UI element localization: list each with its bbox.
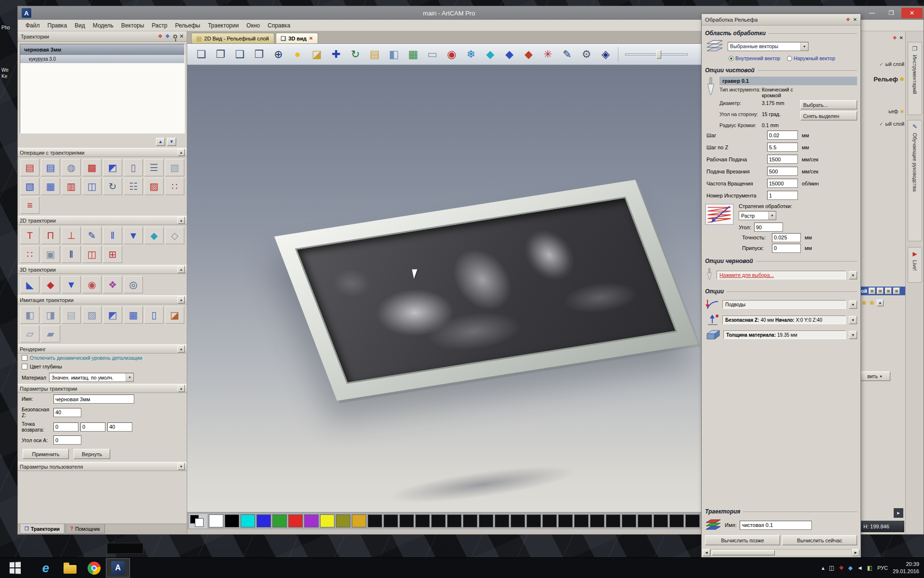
palette-swatch[interactable] (479, 514, 493, 527)
tray-security-icon[interactable]: ❖ (839, 565, 844, 571)
tray-update-icon[interactable]: ◆ (848, 565, 852, 571)
simulation-icon[interactable]: ▱ (20, 325, 39, 342)
palette-swatch[interactable] (574, 514, 589, 527)
toolpath-3d-icon[interactable]: ◆ (41, 276, 60, 293)
menu-item[interactable]: Правка (44, 21, 71, 30)
tab-live[interactable]: ▶ Live! (908, 247, 922, 283)
taskbar-artcam-icon[interactable]: A (106, 558, 130, 578)
scrollbar-track[interactable] (710, 549, 852, 556)
diamond-cyan-icon[interactable]: ◆ (481, 45, 500, 64)
toolpath-operation-icon[interactable]: ▩ (82, 159, 102, 176)
start-button[interactable] (3, 558, 27, 578)
radio-on-icon[interactable] (729, 56, 734, 61)
palette-swatch[interactable] (511, 514, 525, 527)
palette-swatch[interactable] (241, 514, 255, 527)
material-thickness-bar[interactable]: Толщина материала: 19.35 мм (723, 330, 846, 339)
scrollbar-thumb[interactable] (712, 550, 775, 555)
simulation-icon[interactable]: ▤ (62, 306, 81, 324)
simulation-icon[interactable]: ▧ (82, 306, 102, 324)
menu-item[interactable]: Рельефы (171, 21, 204, 30)
deselect-button[interactable]: Снять выделен (800, 111, 857, 120)
light-icon[interactable]: ● (288, 45, 307, 64)
palette-swatch[interactable] (272, 514, 287, 527)
menu-item[interactable]: Окно (243, 21, 264, 30)
plane-icon[interactable]: ▭ (423, 45, 442, 64)
selected-tool-name[interactable]: гравер 0.1 (719, 77, 857, 85)
target-icon[interactable]: ◉ (442, 45, 461, 64)
palette-swatch[interactable] (352, 514, 366, 527)
vectors-select[interactable]: Выбранные векторы ▼ (728, 42, 808, 51)
toolpath-operation-icon[interactable]: ▥ (62, 178, 81, 195)
section-header-2d-toolpaths[interactable]: 2D траектории ▲ (18, 216, 187, 225)
parameter-input[interactable] (767, 143, 798, 152)
origin-axes-icon[interactable]: ✚ (327, 45, 346, 64)
layer-tool-icon[interactable]: ⊞ (869, 288, 875, 294)
toolpath-name-input[interactable] (740, 521, 812, 530)
toolpath-operation-icon[interactable]: ◍ (62, 159, 81, 176)
palette-swatch[interactable] (654, 514, 668, 527)
simulation-icon[interactable]: ◩ (103, 306, 122, 324)
zoom-icon[interactable]: ⊕ (269, 45, 288, 64)
tab-tutorials[interactable]: ✎ Обучающие руководства (908, 120, 922, 241)
toolpath-2d-icon[interactable]: ◫ (82, 246, 102, 263)
dynamic-detail-checkbox[interactable] (22, 355, 27, 361)
taskbar-explorer-icon[interactable] (58, 558, 82, 578)
view-along-x-icon[interactable]: ❐ (211, 45, 230, 64)
toolpath-3d-icon[interactable]: ◎ (124, 276, 143, 293)
scroll-left-icon[interactable]: ◄ (703, 549, 710, 556)
minimize-button[interactable]: — (863, 8, 881, 18)
close-panel-icon[interactable]: ✕ (899, 35, 903, 40)
toolpath-operation-icon[interactable]: ▧ (165, 159, 184, 176)
layer-item[interactable]: ✓ ый слой (860, 61, 904, 67)
maximize-button[interactable]: ❐ (882, 8, 900, 18)
taskbar-chrome-icon[interactable] (82, 558, 106, 578)
taskbar-ie-icon[interactable]: e (34, 558, 58, 578)
simulation-icon[interactable]: ◪ (165, 306, 184, 324)
dialog-horizontal-scrollbar[interactable]: ◄ ► (703, 549, 860, 556)
toolpath-2d-icon[interactable]: ▼ (124, 227, 143, 244)
menu-item[interactable]: Вид (71, 21, 89, 30)
toolpath-2d-icon[interactable]: П (41, 227, 60, 244)
move-down-button[interactable]: ▼ (167, 138, 176, 146)
toolpath-list[interactable]: черновая 3мм кукуруза 3.0 (20, 44, 185, 133)
palette-swatch[interactable] (415, 514, 430, 527)
section-header-3d-toolpaths[interactable]: 3D траектории ▲ (18, 265, 187, 274)
chevron-down-icon[interactable]: ▼ (849, 331, 857, 339)
toolpath-operation-icon[interactable]: ☰ (144, 159, 164, 176)
calculate-now-button[interactable]: Вычислить сейчас (782, 535, 857, 545)
tray-network-icon[interactable]: ◧ (867, 565, 873, 571)
toolpath-operation-icon[interactable]: ∷ (165, 178, 184, 195)
layer-tool-icon[interactable]: ⊞ (885, 288, 892, 294)
relief-green-icon[interactable]: ▦ (404, 45, 423, 64)
desktop-icon-label[interactable]: Ke (1, 74, 7, 79)
palette-swatch[interactable] (225, 514, 239, 527)
menu-item[interactable]: Траектории (204, 21, 243, 30)
toolpath-3d-icon[interactable]: ◉ (82, 276, 102, 293)
pin-icon[interactable] (173, 35, 177, 39)
inner-vector-option[interactable]: Внутренний вектор (729, 55, 780, 61)
simulation-icon[interactable]: ◧ (20, 306, 39, 324)
toolpath-3d-icon[interactable]: ◣ (20, 276, 39, 293)
tab-3d-view[interactable]: ❑ 3D вид ✕ (276, 33, 319, 43)
home-x-input[interactable] (53, 422, 78, 432)
palette-swatch[interactable] (622, 514, 636, 527)
parameter-input[interactable] (767, 155, 798, 164)
palette-swatch[interactable] (542, 514, 557, 527)
diamond-blue-icon[interactable]: ◆ (500, 45, 519, 64)
layer-tool-icon[interactable]: ⊞ (893, 288, 900, 294)
palette-swatch[interactable] (368, 514, 382, 527)
palette-swatch[interactable] (209, 514, 223, 527)
palette-swatch[interactable] (336, 514, 350, 527)
palette-swatch[interactable] (606, 514, 620, 527)
toolpath-2d-icon[interactable]: T (20, 227, 39, 244)
layer-tool-icon[interactable]: ⊞ (877, 288, 884, 294)
palette-swatch[interactable] (590, 514, 604, 527)
allowance-input[interactable] (772, 244, 801, 253)
toolpath-operation-icon[interactable]: ▨ (144, 178, 164, 195)
tab-assistant[interactable]: ? Помощник (65, 524, 104, 534)
toolpath-operation-icon[interactable]: ▯ (124, 159, 143, 176)
chevron-down-icon[interactable]: ▼ (800, 42, 808, 51)
toolpath-2d-icon[interactable]: ∷ (20, 246, 39, 263)
select-tool-button[interactable]: Выбрать... (800, 100, 857, 109)
toolpath-2d-icon[interactable]: ⊞ (103, 246, 122, 263)
